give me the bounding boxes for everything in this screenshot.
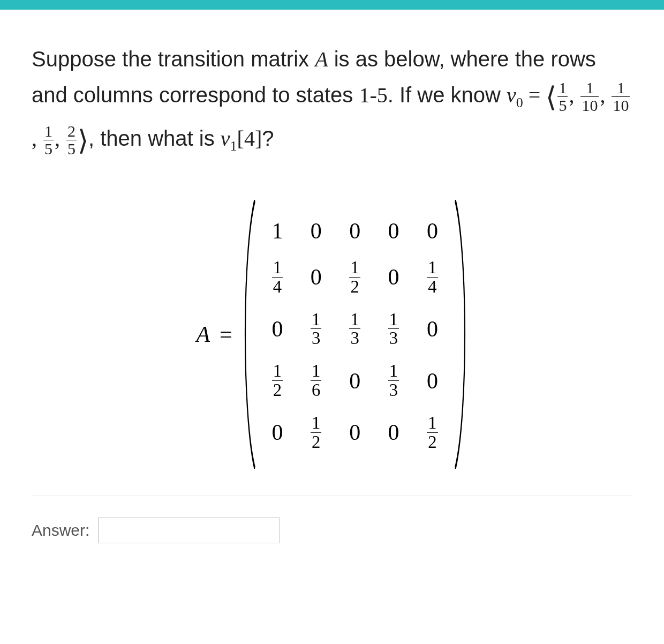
matrix-cell: 16 — [297, 355, 335, 407]
matrix-cell: 0 — [374, 407, 413, 459]
table-row: 14012014 — [258, 251, 452, 303]
v0-symbol: v — [507, 83, 516, 107]
question-post-vector: , then what is — [88, 126, 221, 150]
matrix-cell: 0 — [335, 211, 374, 251]
v1-subscript: 1 — [230, 138, 237, 154]
answer-label: Answer: — [32, 521, 89, 540]
table-row: 10000 — [258, 211, 452, 251]
table-row: 12160130 — [258, 355, 452, 407]
matrix-cell: 0 — [297, 251, 335, 303]
matrix-cell: 12 — [297, 407, 335, 459]
answer-input[interactable] — [98, 518, 280, 543]
matrix-symbol: A — [315, 47, 328, 71]
vector-close-bracket: ⟩ — [78, 125, 88, 156]
question-mid-2: . If we know — [388, 83, 507, 107]
matrix-table: 100001401201401313130121601300120012 — [258, 211, 452, 458]
v0-subscript: 0 — [516, 95, 523, 110]
matrix-cell: 0 — [258, 303, 297, 355]
equals-sign: = — [523, 83, 546, 107]
question-pretext: Suppose the transition matrix — [32, 47, 315, 71]
matrix-cell: 13 — [374, 303, 413, 355]
matrix-cell: 0 — [258, 407, 297, 459]
vector-open-bracket: ⟨ — [546, 82, 556, 113]
matrix-cell: 0 — [335, 355, 374, 407]
matrix-cell: 14 — [413, 251, 451, 303]
matrix-cell: 0 — [413, 355, 451, 407]
matrix-cell: 13 — [374, 355, 413, 407]
matrix-cell: 0 — [335, 407, 374, 459]
vector-fraction: 15 — [43, 123, 54, 157]
matrix-lhs: A — [196, 321, 210, 347]
vector-fraction: 110 — [612, 80, 630, 114]
matrix-cell: 13 — [297, 303, 335, 355]
vector-fraction: 110 — [580, 80, 599, 114]
v1-symbol: v — [221, 126, 230, 151]
v1-index: [4] — [237, 126, 262, 151]
top-accent-bar — [0, 0, 664, 10]
paren-right-icon — [453, 200, 471, 469]
table-row: 0120012 — [258, 407, 452, 459]
question-mark: ? — [262, 126, 274, 150]
matrix-body: 100001401201401313130121601300120012 — [242, 200, 468, 469]
matrix-cell: 0 — [374, 211, 413, 251]
states-range: 1-5 — [359, 83, 387, 107]
matrix-cell: 14 — [258, 251, 297, 303]
vector-fraction: 25 — [66, 123, 77, 157]
matrix-cell: 0 — [413, 211, 451, 251]
matrix-cell: 1 — [258, 211, 297, 251]
table-row: 01313130 — [258, 303, 452, 355]
matrix-cell: 12 — [258, 355, 297, 407]
matrix-display: A = 100001401201401313130121601300120012 — [32, 200, 632, 469]
question-card: Suppose the transition matrix A is as be… — [5, 15, 659, 570]
matrix-cell: 0 — [297, 211, 335, 251]
matrix-equals: = — [220, 321, 232, 347]
matrix-cell: 0 — [413, 303, 451, 355]
answer-row: Answer: — [32, 496, 632, 543]
matrix-cell: 13 — [335, 303, 374, 355]
paren-left-icon — [239, 200, 257, 469]
question-text: Suppose the transition matrix A is as be… — [32, 42, 632, 162]
vector-fraction: 15 — [557, 80, 568, 114]
matrix-cell: 12 — [335, 251, 374, 303]
matrix-cell: 12 — [413, 407, 451, 459]
matrix-cell: 0 — [374, 251, 413, 303]
